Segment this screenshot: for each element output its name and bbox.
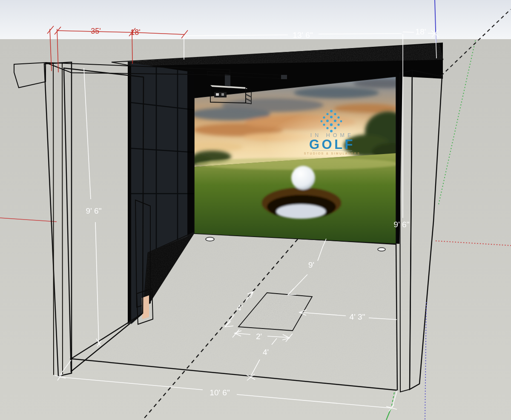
dim-back-width: 13' 6" bbox=[293, 31, 313, 40]
impact-screen: IN HOME GOLF STUDIOS & SIMULATORS bbox=[182, 77, 426, 244]
dim-mat-to-screen: 9' bbox=[308, 260, 314, 269]
dim-mat-to-front: 4' bbox=[263, 348, 269, 357]
dim-mat-side: 4' bbox=[237, 303, 243, 312]
model-viewport[interactable]: IN HOME GOLF STUDIOS & SIMULATORS bbox=[0, 0, 511, 420]
logo-brand-sub: STUDIOS & SIMULATORS bbox=[304, 152, 361, 155]
dim-red-35: 35' bbox=[91, 27, 100, 35]
dim-right-depth: 18' bbox=[416, 27, 426, 36]
dim-right-height: 9' 6" bbox=[394, 220, 410, 229]
dim-left-height: 9' 6" bbox=[86, 206, 102, 215]
dim-front-width: 10' 6" bbox=[210, 388, 230, 397]
floor-grommet-right bbox=[378, 248, 385, 251]
dim-mat-front: 2' bbox=[256, 332, 262, 341]
floor-grommet-left bbox=[206, 237, 214, 241]
dim-mat-to-right-wall: 4' 3" bbox=[350, 312, 365, 321]
screen-ball-in-hole bbox=[276, 204, 326, 219]
screen-golf-ball bbox=[291, 166, 315, 190]
logo-brand-main: GOLF bbox=[309, 137, 355, 152]
scene-svg: IN HOME GOLF STUDIOS & SIMULATORS bbox=[0, 0, 511, 420]
dim-red-18: 18' bbox=[130, 28, 140, 37]
